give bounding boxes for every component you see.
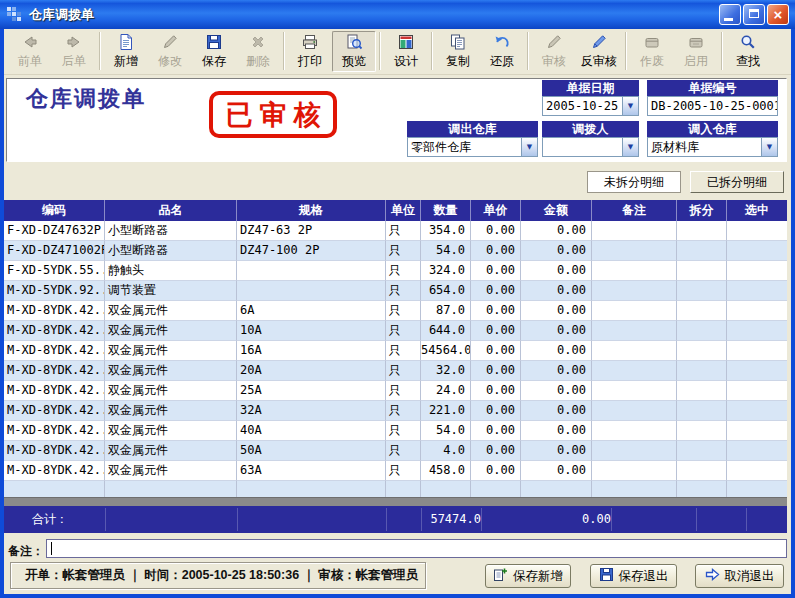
out-warehouse-select[interactable]: 零部件仓库 ▼ — [407, 137, 538, 157]
window-border-right — [791, 29, 795, 598]
table-row[interactable]: M-XD-8YDK.42...双金属元件40A只54.00.000.00 — [4, 421, 787, 441]
toolbar-button-unaudit[interactable]: 反审核 — [576, 31, 622, 72]
chevron-down-icon[interactable]: ▼ — [622, 97, 638, 115]
toolbar-button-restore[interactable]: 还原 — [480, 31, 524, 72]
toolbar-button-preview[interactable]: 预览 — [332, 31, 376, 72]
maximize-icon — [749, 9, 759, 18]
toolbar-button-label: 还原 — [490, 53, 514, 69]
table-row[interactable]: M-XD-8YDK.42...双金属元件6A只87.00.000.00 — [4, 301, 787, 321]
table-row[interactable]: F-XD-5YDK.55...静触头只324.00.000.00 — [4, 261, 787, 281]
toolbar-separator — [283, 32, 285, 70]
total-row: 合计： 57474.0 0.00 — [4, 506, 787, 533]
column-header: 单价 — [471, 200, 521, 221]
table-row[interactable]: M-XD-8YDK.42...双金属元件16A只54564.00.000.00 — [4, 341, 787, 361]
doc-no-field-label: 单据编号 — [647, 80, 778, 96]
table-row[interactable]: M-XD-8YDK.42...双金属元件50A只4.00.000.00 — [4, 441, 787, 461]
table-cell: 双金属元件 — [105, 361, 237, 381]
table-cell — [677, 301, 727, 321]
copy-icon — [449, 33, 467, 54]
table-cell: F-XD-DZ471002P — [4, 241, 105, 261]
table-cell: 87.0 — [421, 301, 471, 321]
toolbar-button-copy[interactable]: 复制 — [436, 31, 480, 72]
column-header: 单位 — [386, 200, 421, 221]
maximize-button[interactable] — [743, 4, 765, 25]
cancel-exit-button[interactable]: 取消退出 — [695, 564, 784, 588]
remark-input[interactable] — [46, 539, 787, 558]
table-cell: 54.0 — [421, 241, 471, 261]
bottom-button-label: 取消退出 — [725, 568, 775, 585]
total-quantity: 57474.0 — [404, 506, 481, 533]
chevron-down-icon[interactable]: ▼ — [622, 138, 638, 156]
close-button[interactable] — [767, 4, 789, 25]
table-row[interactable]: F-XD-DZ471002P小型断路器DZ47-100 2P只54.00.000… — [4, 241, 787, 261]
table-row[interactable]: M-XD-8YDK.42...双金属元件63A只458.00.000.00 — [4, 461, 787, 481]
table-cell: DZ47-63 2P — [237, 221, 386, 241]
table-cell: 0.00 — [471, 221, 521, 241]
doc-no-field[interactable]: DB-2005-10-25-0001 — [647, 96, 778, 116]
detail-grid: 编码品名规格单位数量单价金额备注拆分选中 F-XD-DZ47632P小型断路器D… — [4, 200, 787, 533]
chevron-down-icon[interactable]: ▼ — [521, 138, 537, 156]
table-cell: 40A — [237, 421, 386, 441]
table-row[interactable]: M-XD-8YDK.42...双金属元件20A只32.00.000.00 — [4, 361, 787, 381]
table-cell: M-XD-8YDK.42... — [4, 401, 105, 421]
table-cell — [727, 221, 787, 241]
toolbar-button-delete: 删除 — [236, 31, 280, 72]
bottom-button-label: 保存新增 — [513, 568, 563, 585]
tab-unsplit-detail[interactable]: 未拆分明细 — [587, 171, 681, 193]
toolbar-button-prev: 前单 — [8, 31, 52, 72]
toolbar-separator — [99, 32, 101, 70]
table-cell: 4.0 — [421, 441, 471, 461]
chevron-down-icon[interactable]: ▼ — [761, 138, 777, 156]
table-row[interactable]: M-XD-8YDK.42...双金属元件25A只24.00.000.00 — [4, 381, 787, 401]
table-cell: 0.00 — [521, 261, 592, 281]
table-cell: 只 — [386, 341, 421, 361]
table-cell — [727, 461, 787, 481]
table-cell: 458.0 — [421, 461, 471, 481]
table-row[interactable]: M-XD-8YDK.42...双金属元件32A只221.00.000.00 — [4, 401, 787, 421]
save-exit-button[interactable]: 保存退出 — [590, 564, 677, 588]
table-cell: M-XD-8YDK.42... — [4, 381, 105, 401]
minimize-button[interactable] — [719, 4, 741, 25]
table-cell — [727, 441, 787, 461]
in-warehouse-label: 调入仓库 — [647, 121, 778, 137]
table-cell: 只 — [386, 281, 421, 301]
toolbar-button-print[interactable]: 打印 — [288, 31, 332, 72]
table-cell: 0.00 — [471, 361, 521, 381]
table-cell — [592, 401, 677, 421]
toolbar-button-modify: 修改 — [148, 31, 192, 72]
table-cell: 50A — [237, 441, 386, 461]
table-cell: 0.00 — [471, 281, 521, 301]
table-cell — [677, 441, 727, 461]
table-cell: M-XD-8YDK.42... — [4, 421, 105, 441]
table-cell: 354.0 — [421, 221, 471, 241]
table-cell — [4, 481, 105, 497]
table-row[interactable]: F-XD-DZ47632P小型断路器DZ47-63 2P只354.00.000.… — [4, 221, 787, 241]
table-row[interactable]: M-XD-5YDK.92...调节装置只654.00.000.00 — [4, 281, 787, 301]
in-warehouse-select[interactable]: 原材料库 ▼ — [647, 137, 778, 157]
transfer-person-select[interactable]: ▼ — [542, 137, 639, 157]
table-cell — [677, 221, 727, 241]
table-cell: 只 — [386, 421, 421, 441]
table-cell — [592, 321, 677, 341]
tab-split-detail[interactable]: 已拆分明细 — [690, 171, 784, 193]
table-cell: 32.0 — [421, 361, 471, 381]
table-cell: 双金属元件 — [105, 321, 237, 341]
toolbar-button-label: 删除 — [246, 53, 270, 69]
table-row[interactable]: M-XD-8YDK.42...双金属元件10A只644.00.000.00 — [4, 321, 787, 341]
table-cell: 静触头 — [105, 261, 237, 281]
table-cell: 10A — [237, 321, 386, 341]
table-cell: M-XD-5YDK.92... — [4, 281, 105, 301]
enable-icon — [687, 33, 705, 54]
date-select[interactable]: 2005-10-25 ▼ — [542, 96, 639, 116]
toolbar-button-save[interactable]: 保存 — [192, 31, 236, 72]
window-border-left — [0, 29, 4, 598]
toolbar-button-design[interactable]: 设计 — [384, 31, 428, 72]
new-doc-icon — [117, 33, 135, 54]
transfer-person-label: 调拨人 — [542, 121, 639, 137]
save-new-button[interactable]: 保存新增 — [485, 564, 571, 588]
unaudit-pencil-icon — [590, 33, 608, 54]
table-cell — [592, 481, 677, 497]
toolbar-button-find[interactable]: 查找 — [726, 31, 770, 72]
toolbar-button-new[interactable]: 新增 — [104, 31, 148, 72]
table-cell: 0.00 — [471, 441, 521, 461]
